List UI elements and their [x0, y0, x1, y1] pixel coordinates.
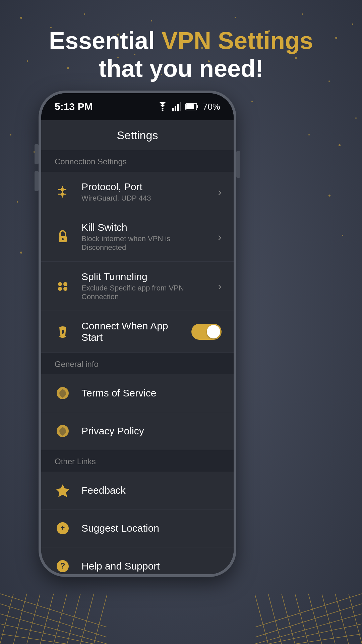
- header-gold-text: VPN Settings: [162, 27, 313, 54]
- status-bar: 5:13 PM: [41, 93, 234, 120]
- kill-switch-item[interactable]: Kill Switch Block internet when VPN is D…: [41, 212, 234, 262]
- terms-of-service-title: Terms of Service: [81, 387, 222, 399]
- svg-point-0: [162, 110, 163, 111]
- svg-rect-3: [177, 104, 179, 111]
- svg-line-45: [255, 614, 362, 644]
- split-tunneling-subtitle: Exclude Specific app from VPN Connection: [81, 284, 213, 301]
- signal-icon: [172, 102, 181, 111]
- split-tunneling-title: Split Tunneling: [81, 271, 213, 282]
- power-button: [236, 151, 240, 178]
- svg-point-18: [58, 287, 62, 291]
- volume-up-button: [35, 144, 39, 164]
- feedback-item[interactable]: Feedback: [41, 472, 234, 509]
- connection-settings-label: Connection Settings: [55, 157, 127, 166]
- kill-switch-title: Kill Switch: [81, 222, 213, 233]
- other-links-label: Other Links: [55, 457, 96, 466]
- split-tunneling-icon: [53, 277, 72, 296]
- svg-line-56: [349, 594, 362, 644]
- svg-line-36: [13, 594, 27, 644]
- privacy-policy-icon: [53, 422, 72, 440]
- svg-rect-21: [62, 330, 64, 334]
- split-tunneling-arrow: ›: [218, 280, 222, 292]
- privacy-policy-item[interactable]: Privacy Policy: [41, 412, 234, 450]
- svg-line-40: [67, 594, 80, 644]
- phone-screen: 5:13 PM: [41, 93, 234, 574]
- connect-when-app-start-toggle[interactable]: [191, 324, 222, 340]
- split-tunneling-item[interactable]: Split Tunneling Exclude Specific app fro…: [41, 262, 234, 311]
- svg-point-17: [63, 282, 67, 286]
- svg-marker-24: [56, 484, 69, 497]
- svg-line-55: [335, 594, 349, 644]
- privacy-policy-title: Privacy Policy: [81, 425, 222, 437]
- phone-frame: 5:13 PM: [39, 91, 236, 577]
- svg-line-52: [295, 594, 308, 644]
- svg-line-33: [0, 634, 67, 644]
- kill-switch-content: Kill Switch Block internet when VPN is D…: [81, 222, 213, 252]
- svg-point-15: [62, 238, 64, 240]
- svg-line-39: [54, 594, 67, 644]
- svg-rect-7: [186, 104, 194, 109]
- svg-line-31: [0, 614, 107, 644]
- status-time: 5:13 PM: [55, 101, 93, 112]
- connect-when-app-start-item[interactable]: Connect When App Start: [41, 311, 234, 353]
- general-info-label: General info: [55, 360, 99, 369]
- kill-switch-icon: [53, 227, 72, 246]
- terms-of-service-icon: [53, 384, 72, 402]
- svg-line-29: [0, 594, 107, 627]
- svg-line-53: [308, 594, 322, 644]
- feedback-icon: [53, 481, 72, 500]
- terms-of-service-item[interactable]: Terms of Service: [41, 374, 234, 412]
- svg-point-19: [63, 287, 67, 291]
- protocol-port-subtitle: WireGuard, UDP 443: [81, 194, 213, 203]
- header-section: Essential VPN Settings that you need!: [0, 27, 362, 83]
- svg-line-54: [322, 594, 335, 644]
- svg-line-44: [255, 604, 362, 637]
- wifi-icon: [157, 102, 168, 111]
- svg-line-38: [40, 594, 54, 644]
- connect-when-app-start-content: Connect When App Start: [81, 320, 186, 343]
- protocol-port-arrow: ›: [218, 186, 222, 198]
- svg-line-50: [268, 594, 282, 644]
- svg-line-47: [295, 634, 362, 644]
- header-line2: that you need!: [99, 55, 263, 82]
- protocol-port-title: Protocol, Port: [81, 181, 213, 193]
- svg-line-37: [27, 594, 40, 644]
- app-title: Settings: [117, 129, 158, 142]
- protocol-port-icon: [53, 182, 72, 201]
- kill-switch-subtitle: Block internet when VPN is Disconnected: [81, 234, 213, 252]
- status-icons: 70%: [157, 102, 220, 112]
- other-links-header: Other Links: [41, 450, 234, 472]
- kill-switch-arrow: ›: [218, 231, 222, 243]
- settings-content: Connection Settings Protocol, Port: [41, 150, 234, 574]
- feedback-title: Feedback: [81, 485, 222, 496]
- header-title: Essential VPN Settings that you need!: [20, 27, 342, 83]
- connection-settings-header: Connection Settings: [41, 150, 234, 172]
- general-info-header: General info: [41, 353, 234, 374]
- app-title-bar: Settings: [41, 120, 234, 150]
- privacy-policy-content: Privacy Policy: [81, 425, 222, 437]
- battery-icon: [185, 102, 199, 111]
- svg-line-30: [0, 604, 107, 637]
- header-white-text: Essential: [49, 27, 162, 54]
- svg-rect-6: [197, 105, 198, 108]
- bottom-grid-left: [0, 527, 107, 644]
- connect-when-app-start-icon: [53, 322, 72, 341]
- protocol-port-content: Protocol, Port WireGuard, UDP 443: [81, 181, 213, 203]
- svg-line-51: [282, 594, 295, 644]
- feedback-content: Feedback: [81, 485, 222, 496]
- protocol-port-item[interactable]: Protocol, Port WireGuard, UDP 443 ›: [41, 172, 234, 212]
- battery-percent: 70%: [203, 102, 220, 112]
- split-tunneling-content: Split Tunneling Exclude Specific app fro…: [81, 271, 213, 301]
- svg-line-35: [0, 594, 13, 644]
- svg-rect-4: [180, 102, 181, 111]
- connect-when-app-start-title: Connect When App Start: [81, 320, 186, 343]
- terms-of-service-content: Terms of Service: [81, 387, 222, 399]
- bottom-grid-right: [255, 527, 362, 644]
- svg-line-43: [255, 594, 362, 627]
- svg-line-41: [80, 594, 94, 644]
- svg-point-16: [58, 282, 62, 286]
- svg-rect-1: [172, 108, 174, 111]
- toggle-knob: [207, 325, 220, 338]
- svg-rect-2: [175, 106, 176, 111]
- volume-down-button: [35, 171, 39, 191]
